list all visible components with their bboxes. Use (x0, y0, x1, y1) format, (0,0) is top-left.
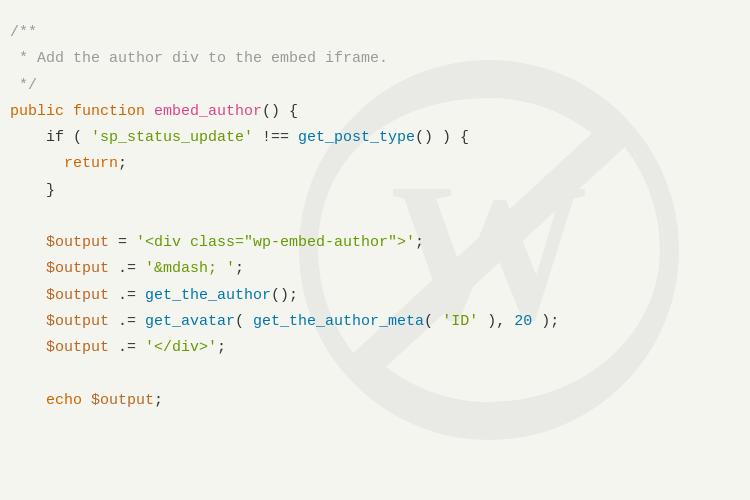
code-token (10, 313, 46, 330)
code-token: } (10, 182, 55, 199)
code-token: 'sp_status_update' (91, 129, 253, 146)
code-token: .= (109, 339, 145, 356)
code-token: ), (478, 313, 514, 330)
code-token: */ (10, 77, 37, 94)
code-token: get_the_author_meta (253, 313, 424, 330)
code-token: $output (46, 339, 109, 356)
code-token: $output (46, 313, 109, 330)
code-token: !== (253, 129, 298, 146)
code-block: /** * Add the author div to the embed if… (0, 0, 750, 434)
code-token (10, 155, 64, 172)
code-token: .= (109, 287, 145, 304)
code-token: () { (262, 103, 298, 120)
code-token (10, 234, 46, 251)
code-token: = (109, 234, 136, 251)
code-token: ; (118, 155, 127, 172)
code-token: '<div class="wp-embed-author">' (136, 234, 415, 251)
code-line: $output .= '&mdash; '; (10, 256, 740, 282)
code-token: ); (532, 313, 559, 330)
code-token: $output (46, 234, 109, 251)
code-token: public (10, 103, 73, 120)
code-token: ; (235, 260, 244, 277)
code-line: $output .= get_avatar( get_the_author_me… (10, 309, 740, 335)
code-line: } (10, 178, 740, 204)
code-token: embed_author (154, 103, 262, 120)
code-line: * Add the author div to the embed iframe… (10, 46, 740, 72)
code-token: get_post_type (298, 129, 415, 146)
code-line (10, 204, 740, 230)
code-line: $output .= '</div>'; (10, 335, 740, 361)
code-line: /** (10, 20, 740, 46)
code-line (10, 361, 740, 387)
code-line: $output = '<div class="wp-embed-author">… (10, 230, 740, 256)
code-token: return (64, 155, 118, 172)
code-token: * Add the author div to the embed iframe… (10, 50, 388, 67)
code-token: () ) { (415, 129, 469, 146)
code-token: $output (46, 260, 109, 277)
code-token: get_avatar (145, 313, 235, 330)
code-line: */ (10, 73, 740, 99)
code-token: (); (271, 287, 298, 304)
code-token: ; (217, 339, 226, 356)
code-line: if ( 'sp_status_update' !== get_post_typ… (10, 125, 740, 151)
code-token (10, 287, 46, 304)
code-token (82, 392, 91, 409)
code-token (10, 392, 46, 409)
code-token: echo (46, 392, 82, 409)
code-line: return; (10, 151, 740, 177)
code-token: ( (424, 313, 442, 330)
code-token (10, 260, 46, 277)
code-token: if ( (10, 129, 91, 146)
code-token: .= (109, 260, 145, 277)
code-line: public function embed_author() { (10, 99, 740, 125)
code-token: 20 (514, 313, 532, 330)
code-token: 'ID' (442, 313, 478, 330)
code-token: ; (415, 234, 424, 251)
code-token: $output (91, 392, 154, 409)
code-token: $output (46, 287, 109, 304)
code-token: function (73, 103, 154, 120)
code-line: echo $output; (10, 388, 740, 414)
code-token: '</div>' (145, 339, 217, 356)
code-token: /** (10, 24, 37, 41)
code-token: ; (154, 392, 163, 409)
code-token: '&mdash; ' (145, 260, 235, 277)
code-token: get_the_author (145, 287, 271, 304)
code-token (10, 339, 46, 356)
code-token: ( (235, 313, 253, 330)
code-line: $output .= get_the_author(); (10, 283, 740, 309)
code-token: .= (109, 313, 145, 330)
